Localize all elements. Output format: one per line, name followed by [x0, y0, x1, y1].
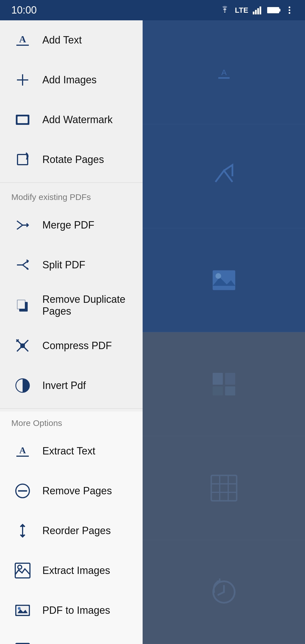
svg-point-6	[289, 6, 290, 8]
drawer-item-extract-images[interactable]: Extract Images	[0, 551, 143, 591]
modify-section-label: Modify existing PDFs	[0, 186, 143, 205]
separator-1	[0, 182, 143, 183]
svg-rect-1	[255, 10, 257, 14]
invert-pdf-icon	[11, 374, 34, 397]
extract-text-icon: A	[11, 440, 34, 462]
merge-pdf-icon	[11, 214, 34, 236]
zip-to-pdf-icon	[11, 639, 34, 644]
extract-text-label: Extract Text	[42, 445, 95, 457]
svg-rect-56	[16, 606, 29, 615]
status-bar: 10:00 LTE	[0, 0, 305, 20]
remove-pages-icon	[11, 480, 34, 502]
extract-images-label: Extract Images	[42, 565, 110, 576]
svg-point-54	[18, 565, 22, 569]
svg-rect-11	[213, 270, 235, 290]
svg-rect-29	[18, 116, 28, 123]
rotate-pages-label: Rotate Pages	[42, 154, 104, 166]
svg-point-13	[215, 273, 221, 279]
remove-duplicate-label: Remove Duplicate Pages	[42, 293, 131, 317]
add-watermark-label: Add Watermark	[42, 114, 113, 126]
drawer-item-invert-pdf[interactable]: Invert Pdf	[0, 366, 143, 406]
compress-pdf-label: Compress PDF	[42, 340, 112, 352]
drawer-item-reorder-pages[interactable]: Reorder Pages	[0, 511, 143, 551]
reorder-pages-label: Reorder Pages	[42, 525, 111, 537]
split-pdf-label: Split PDF	[42, 259, 85, 271]
drawer-item-split-pdf[interactable]: Split PDF	[0, 245, 143, 285]
compress-pdf-icon	[11, 334, 34, 357]
drawer-item-add-images[interactable]: Add Images	[0, 60, 143, 100]
drawer-panel: A Add Text Add Images Add Watermark	[0, 20, 143, 644]
svg-rect-2	[257, 8, 259, 14]
svg-text:A: A	[221, 68, 226, 77]
merge-pdf-label: Merge PDF	[42, 219, 94, 231]
pdf-to-images-icon	[11, 599, 34, 622]
more-icon[interactable]	[285, 6, 294, 14]
drawer-item-merge-pdf[interactable]: Merge PDF	[0, 205, 143, 245]
reorder-pages-icon	[11, 519, 34, 542]
right-panel: A	[143, 20, 305, 644]
svg-rect-4	[267, 7, 279, 13]
drawer-item-pdf-to-images[interactable]: PDF to Images	[0, 591, 143, 630]
battery-icon	[267, 6, 281, 14]
split-pdf-icon	[11, 254, 34, 276]
svg-rect-0	[253, 12, 254, 14]
drawer-item-remove-pages[interactable]: Remove Pages	[0, 471, 143, 511]
drawer-item-add-watermark[interactable]: Add Watermark	[0, 100, 143, 140]
pdf-to-images-label: PDF to Images	[42, 604, 110, 616]
add-images-icon	[11, 69, 34, 91]
svg-text:A: A	[19, 34, 26, 44]
status-icons: LTE	[219, 6, 294, 15]
extract-images-icon	[11, 559, 34, 582]
add-images-label: Add Images	[42, 74, 97, 86]
drawer-item-zip-to-pdf[interactable]: ZIP to PDF	[0, 630, 143, 644]
add-text-label: Add Text	[42, 34, 82, 46]
drawer-item-remove-duplicate[interactable]: Remove Duplicate Pages	[0, 285, 143, 326]
drawer-item-add-text[interactable]: A Add Text	[0, 20, 143, 60]
svg-text:A: A	[19, 445, 26, 455]
right-tile-export[interactable]	[143, 124, 305, 228]
svg-line-31	[17, 221, 23, 225]
drawer-item-rotate-pages[interactable]: Rotate Pages	[0, 140, 143, 180]
status-time: 10:00	[11, 4, 37, 16]
more-options-label: More Options	[0, 412, 143, 431]
drawer-item-extract-text[interactable]: A Extract Text	[0, 431, 143, 471]
svg-point-8	[289, 12, 290, 14]
separator-2	[0, 408, 143, 409]
svg-rect-3	[260, 6, 261, 14]
remove-pages-label: Remove Pages	[42, 485, 112, 497]
rotate-pages-icon	[11, 148, 34, 171]
svg-point-58	[18, 607, 21, 610]
svg-point-7	[289, 9, 290, 11]
svg-line-32	[17, 225, 23, 229]
add-watermark-icon	[11, 108, 34, 131]
add-text-icon: A	[11, 29, 34, 51]
right-tile-text-to-pdf[interactable]: A	[143, 20, 305, 124]
invert-pdf-label: Invert Pdf	[42, 380, 86, 391]
svg-rect-39	[18, 300, 25, 309]
drawer-item-compress-pdf[interactable]: Compress PDF	[0, 326, 143, 366]
svg-rect-53	[15, 563, 30, 578]
svg-rect-5	[279, 9, 280, 12]
remove-duplicate-icon	[11, 294, 34, 317]
right-tile-images[interactable]	[143, 228, 305, 332]
signal-icon	[253, 6, 263, 14]
svg-rect-30	[18, 155, 28, 165]
lte-icon: LTE	[235, 6, 248, 15]
svg-rect-44	[20, 343, 25, 348]
gray-overlay	[143, 332, 305, 644]
wifi-icon	[219, 6, 230, 14]
